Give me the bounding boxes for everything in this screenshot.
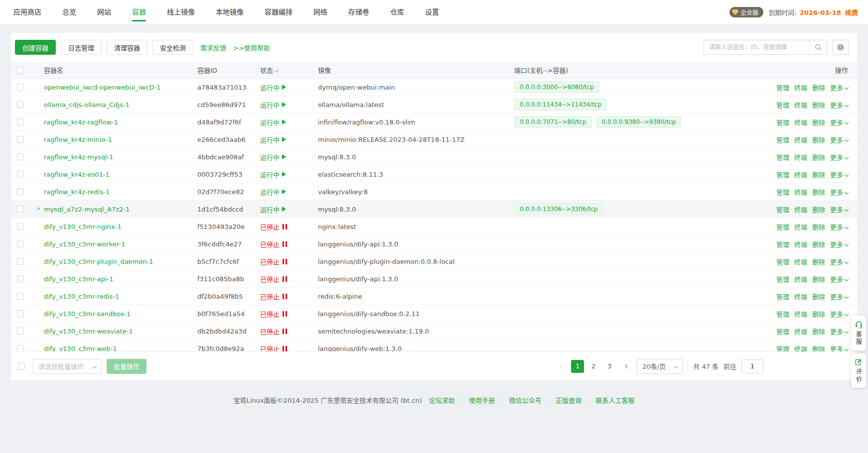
manage-link[interactable]: 管理 — [776, 224, 789, 231]
container-name-link[interactable]: ragflow_kr4z-redis-1 — [44, 188, 110, 196]
more-link[interactable]: 更多 — [830, 276, 848, 283]
status-filter-chevron-icon[interactable] — [275, 68, 279, 72]
delete-link[interactable]: 删除 — [812, 171, 825, 179]
delete-link[interactable]: 删除 — [812, 189, 825, 196]
terminal-link[interactable]: 终端 — [794, 311, 807, 318]
help-link[interactable]: >>使用帮助 — [233, 43, 270, 52]
row-checkbox[interactable] — [17, 275, 24, 282]
manage-link[interactable]: 管理 — [776, 102, 789, 109]
nav-item-repository[interactable]: 仓库 — [380, 0, 415, 24]
terminal-link[interactable]: 终端 — [794, 154, 807, 161]
container-name-link[interactable]: mysql_a7z2-mysql_A7z2-1 — [44, 206, 130, 213]
batch-action-select[interactable]: 请选择批量操作 — [33, 359, 102, 374]
clean-container-button[interactable]: 清理容器 — [107, 40, 147, 55]
delete-link[interactable]: 删除 — [812, 84, 825, 92]
terminal-link[interactable]: 终端 — [794, 224, 807, 231]
more-link[interactable]: 更多 — [830, 189, 848, 196]
manage-link[interactable]: 管理 — [776, 241, 789, 248]
nav-item-app-store[interactable]: 应用商店 — [3, 0, 52, 24]
container-name-link[interactable]: ragflow_kr4z-mysql-1 — [44, 153, 113, 161]
more-link[interactable]: 更多 — [830, 119, 848, 126]
search-input[interactable] — [704, 40, 809, 54]
manage-link[interactable]: 管理 — [776, 171, 789, 179]
page-button-1[interactable]: 1 — [571, 360, 584, 373]
page-button-2[interactable]: 2 — [587, 360, 600, 373]
footer-link-1[interactable]: 使用手册 — [469, 395, 495, 405]
terminal-link[interactable]: 终端 — [794, 258, 807, 266]
page-button-3[interactable]: 3 — [603, 360, 616, 373]
more-link[interactable]: 更多 — [830, 258, 848, 266]
row-checkbox[interactable] — [17, 188, 24, 195]
page-size-select[interactable]: 20条/页 — [637, 359, 683, 374]
manage-link[interactable]: 管理 — [776, 276, 789, 283]
footer-link-4[interactable]: 联系人工客服 — [595, 395, 634, 405]
more-link[interactable]: 更多 — [830, 154, 848, 161]
delete-link[interactable]: 删除 — [812, 293, 825, 301]
footer-link-0[interactable]: 论坛求助 — [429, 395, 455, 405]
container-name-link[interactable]: dify_v130_c3mr-worker-1 — [44, 240, 125, 248]
row-checkbox[interactable] — [17, 136, 24, 143]
delete-link[interactable]: 删除 — [812, 328, 825, 336]
container-name-link[interactable]: dify_v130_c3mr-web-1 — [44, 345, 117, 352]
delete-link[interactable]: 删除 — [812, 136, 825, 144]
more-link[interactable]: 更多 — [830, 84, 848, 92]
terminal-link[interactable]: 终端 — [794, 84, 807, 92]
manage-link[interactable]: 管理 — [776, 154, 789, 161]
terminal-link[interactable]: 终端 — [794, 293, 807, 301]
renew-link[interactable]: 续费 — [845, 9, 858, 16]
row-checkbox[interactable] — [17, 293, 24, 300]
manage-link[interactable]: 管理 — [776, 119, 789, 126]
delete-link[interactable]: 删除 — [812, 345, 825, 352]
container-name-link[interactable]: dify_v130_c3mr-sandbox-1 — [44, 310, 131, 318]
manage-link[interactable]: 管理 — [776, 206, 789, 214]
footer-link-3[interactable]: 正版查询 — [556, 395, 581, 405]
row-checkbox[interactable] — [17, 328, 24, 335]
manage-link[interactable]: 管理 — [776, 328, 789, 336]
container-name-link[interactable]: dify_v130_c3mr-nginx-1 — [44, 223, 122, 230]
more-link[interactable]: 更多 — [830, 345, 848, 352]
manage-link[interactable]: 管理 — [776, 84, 789, 92]
license-badge[interactable]: 企业版 — [729, 7, 763, 17]
row-checkbox[interactable] — [17, 258, 24, 265]
container-name-link[interactable]: ragflow_kr4z-ragflow-1 — [44, 118, 118, 126]
terminal-link[interactable]: 终端 — [794, 276, 807, 283]
delete-link[interactable]: 删除 — [812, 206, 825, 214]
nav-item-container[interactable]: 容器 — [122, 0, 156, 24]
delete-link[interactable]: 删除 — [812, 241, 825, 248]
batch-select-all-checkbox[interactable] — [18, 363, 25, 370]
manage-link[interactable]: 管理 — [776, 258, 789, 266]
more-link[interactable]: 更多 — [830, 293, 848, 301]
container-name-link[interactable]: ragflow_kr4z-minio-1 — [44, 136, 112, 143]
more-link[interactable]: 更多 — [830, 171, 848, 179]
row-checkbox[interactable] — [17, 101, 24, 108]
row-checkbox[interactable] — [17, 310, 24, 317]
nav-item-compose[interactable]: 容器编排 — [254, 0, 303, 24]
delete-link[interactable]: 删除 — [812, 276, 825, 283]
more-link[interactable]: 更多 — [830, 136, 848, 144]
more-link[interactable]: 更多 — [830, 328, 848, 336]
log-manage-button[interactable]: 日志管理 — [61, 40, 102, 55]
delete-link[interactable]: 删除 — [812, 119, 825, 126]
manage-link[interactable]: 管理 — [776, 136, 789, 144]
more-link[interactable]: 更多 — [830, 102, 848, 109]
security-check-button[interactable]: 安全检测 — [152, 40, 193, 55]
terminal-link[interactable]: 终端 — [794, 119, 807, 126]
row-checkbox[interactable] — [17, 171, 24, 178]
manage-link[interactable]: 管理 — [776, 311, 789, 318]
terminal-link[interactable]: 终端 — [794, 328, 807, 336]
batch-apply-button[interactable]: 批量操作 — [107, 359, 146, 374]
nav-item-network[interactable]: 网络 — [303, 0, 338, 24]
terminal-link[interactable]: 终端 — [794, 102, 807, 109]
header-status[interactable]: 状态 — [260, 65, 318, 75]
row-checkbox[interactable] — [17, 153, 24, 160]
row-checkbox[interactable] — [17, 118, 24, 125]
terminal-link[interactable]: 终端 — [794, 241, 807, 248]
terminal-link[interactable]: 终端 — [794, 136, 807, 144]
terminal-link[interactable]: 终端 — [794, 189, 807, 196]
delete-link[interactable]: 删除 — [812, 258, 825, 266]
delete-link[interactable]: 删除 — [812, 311, 825, 318]
nav-item-overview[interactable]: 总览 — [52, 0, 87, 24]
manage-link[interactable]: 管理 — [776, 293, 789, 301]
customer-service-tab[interactable]: 客服 — [851, 316, 866, 350]
terminal-link[interactable]: 终端 — [794, 206, 807, 214]
